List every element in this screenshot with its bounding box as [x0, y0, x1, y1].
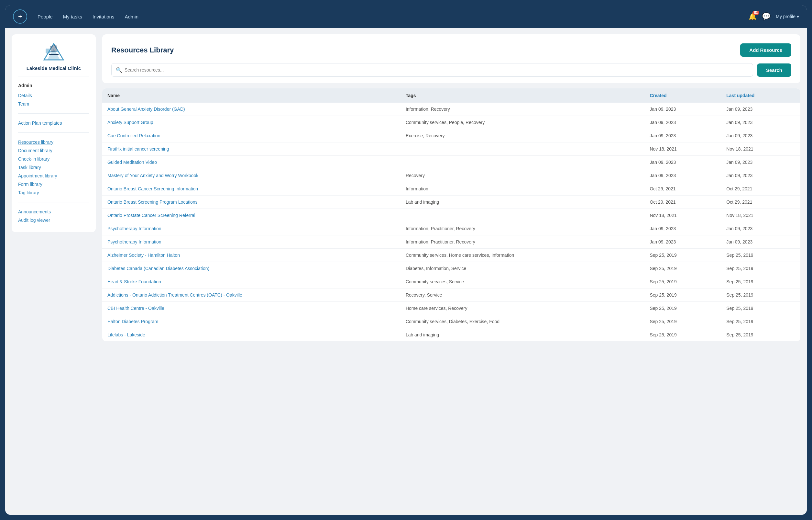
resource-created: Nov 18, 2021: [644, 209, 721, 222]
resource-link-10[interactable]: Psychotherapy Information: [107, 239, 162, 244]
resource-link-5[interactable]: Mastery of Your Anxiety and Worry Workbo…: [107, 173, 198, 178]
resource-tags: Exercise, Recovery: [400, 129, 645, 142]
resource-tags: Community services, People, Recovery: [400, 116, 645, 129]
resource-tags: Information, Practitioner, Recovery: [400, 222, 645, 235]
resource-updated: Jan 09, 2023: [721, 129, 800, 142]
resource-created: Jan 09, 2023: [644, 156, 721, 169]
search-input[interactable]: [111, 63, 753, 77]
table-row: About General Anxiety Disorder (GAD)Info…: [102, 103, 800, 116]
notification-button[interactable]: 🔔 53: [749, 12, 757, 20]
resource-link-3[interactable]: FirstHx initial cancer screening: [107, 146, 169, 152]
main-content: Lakeside Medical Clinic Admin DetailsTea…: [5, 28, 807, 348]
resource-created: Jan 09, 2023: [644, 235, 721, 249]
col-header-name: Name: [102, 88, 400, 103]
resource-tags: Recovery, Service: [400, 288, 645, 302]
table-row: Anxiety Support GroupCommunity services,…: [102, 116, 800, 129]
other-links: AnnouncementsAudit log viewer: [18, 208, 89, 225]
resources-table: Name Tags Created Last updated About Gen…: [102, 88, 800, 341]
search-panel: Resources Library Add Resource 🔍 Search: [102, 34, 800, 83]
search-row: 🔍 Search: [111, 63, 791, 77]
resource-tags: Recovery: [400, 169, 645, 182]
resource-updated: Sep 25, 2019: [721, 328, 800, 342]
table-row: Guided Meditation VideoJan 09, 2023Jan 0…: [102, 156, 800, 169]
resource-link-2[interactable]: Cue Controlled Relaxation: [107, 133, 160, 138]
sidebar-item-task-library[interactable]: Task library: [18, 163, 89, 172]
resource-updated: Sep 25, 2019: [721, 288, 800, 302]
app-logo[interactable]: +: [13, 9, 27, 24]
nav-link-people[interactable]: People: [37, 14, 53, 20]
sidebar-item-announcements[interactable]: Announcements: [18, 208, 89, 216]
resource-link-8[interactable]: Ontario Prostate Cancer Screening Referr…: [107, 213, 195, 218]
resource-created: Sep 25, 2019: [644, 328, 721, 342]
nav-right: 🔔 53 💬 My profile ▾: [749, 12, 799, 21]
sidebar-item-form-library[interactable]: Form library: [18, 180, 89, 188]
resource-tags: [400, 156, 645, 169]
resource-created: Jan 09, 2023: [644, 222, 721, 235]
table-row: CBI Health Centre - OakvilleHome care se…: [102, 302, 800, 315]
resource-updated: Oct 29, 2021: [721, 196, 800, 209]
clinic-name: Lakeside Medical Clinic: [18, 66, 89, 76]
sidebar-item-details[interactable]: Details: [18, 91, 89, 100]
resource-link-15[interactable]: CBI Health Centre - Oakville: [107, 306, 164, 311]
sidebar-item-resources-library[interactable]: Resources library: [18, 138, 89, 146]
table-row: Psychotherapy InformationInformation, Pr…: [102, 222, 800, 235]
search-button[interactable]: Search: [757, 63, 791, 77]
resource-tags: Lab and imaging: [400, 328, 645, 342]
col-header-created: Created: [644, 88, 721, 103]
sidebar-divider-3: [18, 202, 89, 202]
resource-created: Sep 25, 2019: [644, 315, 721, 328]
resource-tags: Lab and imaging: [400, 196, 645, 209]
resource-updated: Nov 18, 2021: [721, 209, 800, 222]
resource-link-7[interactable]: Ontario Breast Screening Program Locatio…: [107, 200, 198, 205]
add-resource-button[interactable]: Add Resource: [740, 43, 791, 57]
profile-button[interactable]: My profile ▾: [776, 14, 799, 19]
nav-link-admin[interactable]: Admin: [124, 14, 138, 20]
table-row: Heart & Stroke FoundationCommunity servi…: [102, 275, 800, 288]
resource-link-1[interactable]: Anxiety Support Group: [107, 120, 153, 125]
resource-link-17[interactable]: Lifelabs - Lakeside: [107, 332, 145, 337]
nav-links: PeopleMy tasksInvitationsAdmin: [37, 14, 738, 20]
nav-link-my-tasks[interactable]: My tasks: [63, 14, 82, 20]
sidebar-item-tag-library[interactable]: Tag library: [18, 188, 89, 197]
resource-created: Sep 25, 2019: [644, 262, 721, 275]
resource-link-13[interactable]: Heart & Stroke Foundation: [107, 279, 161, 284]
clinic-logo-icon: [43, 42, 65, 61]
resource-link-9[interactable]: Psychotherapy Information: [107, 226, 162, 231]
chat-button[interactable]: 💬: [762, 12, 771, 21]
resource-created: Jan 09, 2023: [644, 169, 721, 182]
admin-links: DetailsTeam: [18, 91, 89, 108]
sidebar-item-team[interactable]: Team: [18, 100, 89, 108]
resource-updated: Jan 09, 2023: [721, 169, 800, 182]
table-row: FirstHx initial cancer screeningNov 18, …: [102, 142, 800, 156]
nav-link-invitations[interactable]: Invitations: [92, 14, 114, 20]
table-row: Alzheimer Society - Hamilton HaltonCommu…: [102, 249, 800, 262]
resource-created: Nov 18, 2021: [644, 142, 721, 156]
sidebar-item-audit-log-viewer[interactable]: Audit log viewer: [18, 216, 89, 225]
resource-link-4[interactable]: Guided Meditation Video: [107, 160, 157, 165]
table-row: Cue Controlled RelaxationExercise, Recov…: [102, 129, 800, 142]
action-plan-link[interactable]: Action Plan templates: [18, 119, 89, 127]
resource-updated: Sep 25, 2019: [721, 249, 800, 262]
resource-link-6[interactable]: Ontario Breast Cancer Screening Informat…: [107, 186, 198, 191]
resource-link-11[interactable]: Alzheimer Society - Hamilton Halton: [107, 253, 180, 258]
resource-created: Jan 09, 2023: [644, 129, 721, 142]
resource-link-16[interactable]: Halton Diabetes Program: [107, 319, 158, 324]
sidebar-item-check-in-library[interactable]: Check-in library: [18, 155, 89, 163]
resource-updated: Nov 18, 2021: [721, 142, 800, 156]
resource-tags: Community services, Service: [400, 275, 645, 288]
resource-updated: Jan 09, 2023: [721, 222, 800, 235]
table-row: Lifelabs - LakesideLab and imagingSep 25…: [102, 328, 800, 342]
table-row: Addictions - Ontario Addiction Treatment…: [102, 288, 800, 302]
resource-created: Sep 25, 2019: [644, 288, 721, 302]
sidebar-item-appointment-library[interactable]: Appointment library: [18, 172, 89, 180]
table-row: Halton Diabetes ProgramCommunity service…: [102, 315, 800, 328]
resource-link-12[interactable]: Diabetes Canada (Canadian Diabetes Assoc…: [107, 266, 209, 271]
resource-link-0[interactable]: About General Anxiety Disorder (GAD): [107, 106, 185, 112]
resource-link-14[interactable]: Addictions - Ontario Addiction Treatment…: [107, 292, 242, 297]
resource-tags: [400, 142, 645, 156]
resource-tags: Community services, Diabetes, Exercise, …: [400, 315, 645, 328]
sidebar-divider-1: [18, 113, 89, 114]
resource-created: Jan 09, 2023: [644, 103, 721, 116]
sidebar-item-document-library[interactable]: Document library: [18, 146, 89, 155]
resource-created: Jan 09, 2023: [644, 116, 721, 129]
